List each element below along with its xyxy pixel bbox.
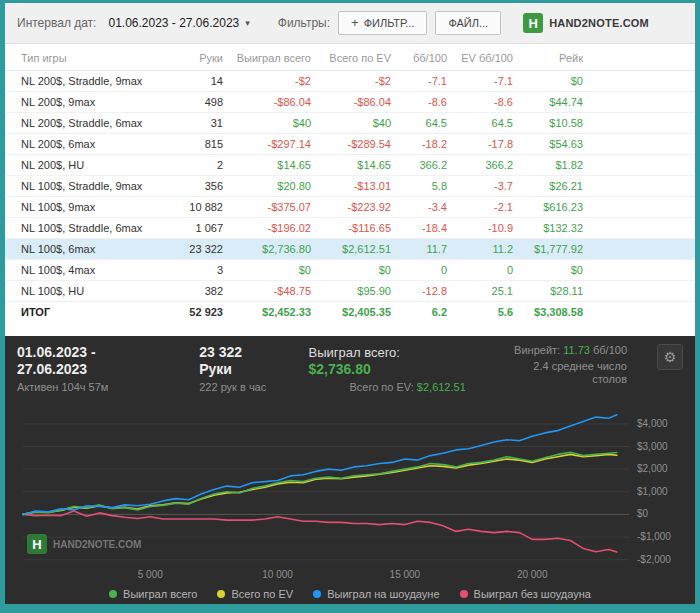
table-cell: -$223.92 [317, 201, 397, 213]
table-row[interactable]: NL 100$, 4max3$0$000$0 [5, 260, 695, 281]
table-row[interactable]: ИТОГ52 923$2,452.33$2,405.356.25.6$3,308… [5, 302, 695, 322]
legend-dot-icon [460, 590, 468, 598]
file-button[interactable]: ФАЙЛ... [435, 11, 501, 35]
interval-label: Интервал дат: [17, 16, 96, 30]
column-header[interactable]: Всего по EV [317, 52, 397, 64]
plus-icon: + [351, 18, 359, 28]
table-cell: 366.2 [397, 159, 453, 171]
hand2note-logo-text: HAND2NOTE.COM [549, 17, 649, 29]
winrate-label: Винрейт: [514, 344, 560, 356]
table-row[interactable]: NL 100$, 9max10 882-$375.07-$223.92-3.4-… [5, 197, 695, 218]
table-cell: $26.21 [519, 180, 589, 192]
table-cell: 0 [453, 264, 519, 276]
table-row[interactable]: NL 100$, 6max23 322$2,736.80$2,612.5111.… [5, 239, 695, 260]
table-cell: 2 [171, 159, 229, 171]
column-header[interactable]: Рейк [519, 52, 589, 64]
legend-label: Выиграл всего [123, 588, 197, 600]
x-axis-label: 5 000 [138, 569, 163, 580]
table-cell: $0 [519, 75, 589, 87]
hand2note-logo: H HAND2NOTE.COM [523, 13, 649, 33]
table-cell: $3,308.58 [519, 306, 589, 318]
winrate-value: 11.73 [563, 344, 590, 356]
table-cell: $132.32 [519, 222, 589, 234]
table-cell: $616.23 [519, 201, 589, 213]
add-filter-button-label: ФИЛЬТР... [364, 17, 415, 29]
table-cell: $0 [519, 264, 589, 276]
table-row[interactable]: NL 200$, 6max815-$297.14-$289.54-18.2-17… [5, 134, 695, 155]
chart-watermark: H HAND2NOTE.COM [27, 534, 141, 554]
table-row[interactable]: NL 200$, HU2$14.65$14.65366.2366.2$1.82 [5, 155, 695, 176]
table-cell: NL 200$, Straddle, 9max [5, 75, 171, 87]
filters-label: Фильтры: [278, 16, 330, 30]
chart-legend: Выиграл всегоВсего по EVВыиграл на шоуда… [17, 588, 683, 600]
legend-dot-icon [109, 590, 117, 598]
table-row[interactable]: NL 100$, HU382-$48.75$95.90-12.825.1$28.… [5, 281, 695, 302]
panel-date-range: 01.06.2023 - 27.06.2023 [17, 344, 169, 378]
table-cell: $2,452.33 [229, 306, 317, 318]
chart-watermark-text: HAND2NOTE.COM [53, 539, 141, 550]
stats-table: Тип игрыРукиВыиграл всегоВсего по EVбб/1… [5, 44, 695, 322]
y-axis-label: $3,000 [637, 441, 668, 452]
column-header[interactable]: бб/100 [397, 52, 453, 64]
legend-item[interactable]: Всего по EV [217, 588, 293, 600]
table-row[interactable]: NL 200$, 9max498-$86.04-$86.04-8.6-8.6$4… [5, 92, 695, 113]
table-cell: 0 [397, 264, 453, 276]
x-axis-label: 15 000 [390, 569, 421, 580]
table-cell: -18.4 [397, 222, 453, 234]
table-cell: 31 [171, 117, 229, 129]
table-cell: -3.7 [453, 180, 519, 192]
table-cell: 11.2 [453, 243, 519, 255]
active-time: Активен 104ч 57м [17, 381, 169, 394]
table-cell: NL 200$, 6max [5, 138, 171, 150]
table-cell: 366.2 [453, 159, 519, 171]
table-cell: $2,736.80 [229, 243, 317, 255]
table-cell: NL 100$, HU [5, 285, 171, 297]
table-cell: NL 200$, 9max [5, 96, 171, 108]
hands-per-hour: 222 рук в час [199, 381, 278, 394]
table-cell: 356 [171, 180, 229, 192]
table-cell: 14 [171, 75, 229, 87]
panel-winnings-block: Выиграл всего: $2,736.80 Всего по EV: $2… [308, 344, 465, 394]
table-cell: 64.5 [397, 117, 453, 129]
table-cell: -8.6 [453, 96, 519, 108]
panel-header: 01.06.2023 - 27.06.2023 Активен 104ч 57м… [17, 344, 683, 394]
table-cell: NL 100$, 4max [5, 264, 171, 276]
table-cell: -$116.65 [317, 222, 397, 234]
winrate-unit: бб/100 [593, 344, 627, 356]
table-cell: NL 100$, 6max [5, 243, 171, 255]
column-header[interactable]: Руки [171, 52, 229, 64]
column-header[interactable]: Тип игры [5, 52, 171, 64]
table-row[interactable]: NL 100$, Straddle, 6max1 067-$196.02-$11… [5, 218, 695, 239]
table-cell: 52 923 [171, 306, 229, 318]
table-row[interactable]: NL 200$, Straddle, 6max31$40$4064.564.5$… [5, 113, 695, 134]
table-row[interactable]: NL 100$, Straddle, 9max356$20.80-$13.015… [5, 176, 695, 197]
date-range-selector[interactable]: 01.06.2023 - 27.06.2023 ▾ [104, 12, 253, 34]
table-cell: $95.90 [317, 285, 397, 297]
column-header[interactable]: Выиграл всего [229, 52, 317, 64]
legend-item[interactable]: Выиграл на шоудауне [313, 588, 439, 600]
column-header[interactable]: EV бб/100 [453, 52, 519, 64]
table-cell: 815 [171, 138, 229, 150]
table-row[interactable]: NL 200$, Straddle, 9max14-$2-$2-7.1-7.1$… [5, 71, 695, 92]
table-cell: $2,405.35 [317, 306, 397, 318]
table-cell: -10.9 [453, 222, 519, 234]
gear-icon: ⚙ [664, 349, 677, 365]
table-header-row: Тип игрыРукиВыиграл всегоВсего по EVбб/1… [5, 46, 695, 71]
table-cell: -18.2 [397, 138, 453, 150]
y-axis-label: $0 [637, 508, 649, 519]
table-cell: NL 200$, Straddle, 6max [5, 117, 171, 129]
panel-hands: 23 322 Руки [199, 344, 278, 378]
table-cell: $20.80 [229, 180, 317, 192]
add-filter-button[interactable]: + ФИЛЬТР... [338, 11, 427, 35]
table-cell: $14.65 [229, 159, 317, 171]
table-cell: $40 [229, 117, 317, 129]
settings-button[interactable]: ⚙ [657, 344, 683, 370]
chevron-down-icon: ▾ [245, 18, 250, 28]
table-cell: -$86.04 [229, 96, 317, 108]
table-cell: 5.6 [453, 306, 519, 318]
app-window: Интервал дат: 01.06.2023 - 27.06.2023 ▾ … [5, 3, 695, 601]
table-cell: $1,777.92 [519, 243, 589, 255]
legend-item[interactable]: Выиграл без шоудауна [460, 588, 591, 600]
legend-item[interactable]: Выиграл всего [109, 588, 197, 600]
table-cell: $0 [229, 264, 317, 276]
